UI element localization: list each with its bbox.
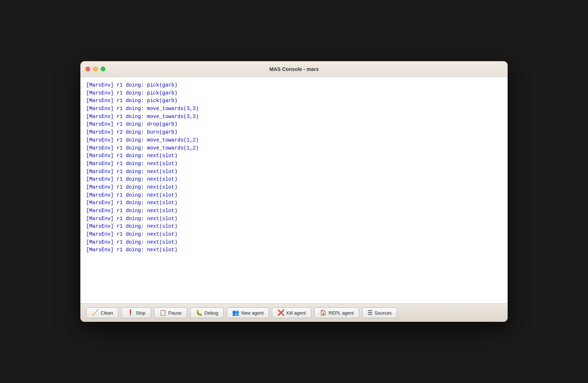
window-title: MAS Console - mars — [269, 66, 319, 72]
log-line: [MarsEnv] r1 doing: next(slot) — [86, 152, 502, 160]
debug-icon: 🐛 — [196, 310, 203, 316]
stop-label: Stop — [136, 310, 146, 316]
log-line: [MarsEnv] r1 doing: next(slot) — [86, 223, 502, 231]
console-output[interactable]: [MarsEnv] r1 doing: pick(garb)[MarsEnv] … — [80, 77, 508, 303]
sources-icon: ☰ — [368, 310, 373, 316]
log-line: [MarsEnv] r1 doing: next(slot) — [86, 168, 502, 176]
pause-button[interactable]: 📋Pause — [154, 307, 187, 318]
log-line: [MarsEnv] r1 doing: next(slot) — [86, 246, 502, 254]
kill-agent-button[interactable]: ❌Kill agent — [272, 307, 311, 318]
log-line: [MarsEnv] r1 doing: next(slot) — [86, 184, 502, 192]
debug-label: Debug — [205, 310, 218, 316]
log-line: [MarsEnv] r1 doing: next(slot) — [86, 199, 502, 207]
clean-label: Clean — [101, 310, 113, 316]
log-line: [MarsEnv] r1 doing: pick(garb) — [86, 89, 502, 97]
log-line: [MarsEnv] r1 doing: next(slot) — [86, 239, 502, 247]
close-button[interactable] — [85, 67, 90, 71]
debug-button[interactable]: 🐛Debug — [190, 307, 224, 318]
new-agent-icon: 👥 — [232, 310, 239, 316]
repl-agent-button[interactable]: 🏠REPL agent — [314, 307, 360, 318]
log-line: [MarsEnv] r1 doing: move_towards(1,2) — [86, 144, 502, 152]
kill-agent-label: Kill agent — [286, 310, 306, 316]
repl-agent-icon: 🏠 — [320, 310, 327, 316]
pause-label: Pause — [168, 310, 182, 316]
stop-icon: ❗ — [127, 310, 134, 316]
log-line: [MarsEnv] r1 doing: pick(garb) — [86, 97, 502, 105]
traffic-lights — [85, 67, 105, 71]
log-line: [MarsEnv] r1 doing: next(slot) — [86, 231, 502, 239]
clean-button[interactable]: 🧹Clean — [86, 307, 118, 318]
log-line: [MarsEnv] r1 doing: drop(garb) — [86, 121, 502, 129]
maximize-button[interactable] — [101, 67, 105, 71]
log-line: [MarsEnv] r1 doing: move_towards(3,3) — [86, 113, 502, 121]
repl-agent-label: REPL agent — [329, 310, 354, 316]
sources-button[interactable]: ☰Sources — [362, 307, 397, 318]
log-line: [MarsEnv] r1 doing: move_towards(1,2) — [86, 136, 502, 144]
sources-label: Sources — [374, 310, 392, 316]
new-agent-button[interactable]: 👥New agent — [227, 307, 269, 318]
toolbar: 🧹Clean❗Stop📋Pause🐛Debug👥New agent❌Kill a… — [80, 303, 508, 322]
pause-icon: 📋 — [159, 310, 167, 316]
new-agent-label: New agent — [241, 310, 264, 316]
minimize-button[interactable] — [93, 67, 98, 71]
log-line: [MarsEnv] r1 doing: move_towards(3,3) — [86, 105, 502, 113]
titlebar: MAS Console - mars — [80, 61, 508, 77]
log-line: [MarsEnv] r1 doing: next(slot) — [86, 192, 502, 199]
log-line: [MarsEnv] r1 doing: next(slot) — [86, 176, 502, 184]
log-line: [MarsEnv] r1 doing: pick(garb) — [86, 81, 502, 89]
clean-icon: 🧹 — [92, 310, 99, 316]
log-line: [MarsEnv] r1 doing: next(slot) — [86, 215, 502, 223]
mas-console-window: MAS Console - mars [MarsEnv] r1 doing: p… — [80, 61, 508, 322]
log-line: [MarsEnv] r2 doing: burn(garb) — [86, 129, 502, 136]
log-line: [MarsEnv] r1 doing: next(slot) — [86, 207, 502, 215]
kill-agent-icon: ❌ — [277, 310, 285, 316]
log-line: [MarsEnv] r1 doing: next(slot) — [86, 160, 502, 168]
stop-button[interactable]: ❗Stop — [121, 307, 151, 318]
